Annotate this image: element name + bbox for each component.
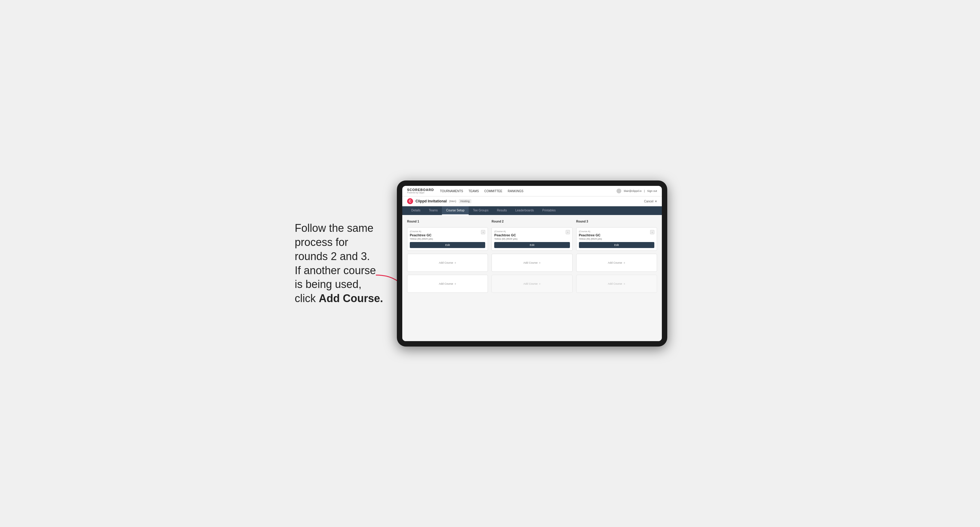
logo-sub-text: Powered by clippd: [407, 192, 434, 194]
round-2-add-plus-2: +: [539, 282, 541, 286]
round-1-add-label-2: Add Course +: [439, 282, 457, 286]
tablet-screen: SCOREBOARD Powered by clippd TOURNAMENTS…: [402, 186, 662, 341]
tab-leaderboards[interactable]: Leaderboards: [511, 206, 538, 215]
top-nav-right: blair@clippd.io | Sign out: [616, 189, 657, 194]
round-3-title: Round 3: [576, 220, 657, 223]
round-2-title: Round 2: [492, 220, 572, 223]
tab-tee-groups[interactable]: Tee Groups: [469, 206, 493, 215]
round-2-course-name: Peachtree GC: [494, 233, 517, 237]
round-3-remove-button[interactable]: ○: [650, 230, 654, 234]
nav-teams[interactable]: TEAMS: [469, 189, 479, 193]
hosting-badge: Hosting: [459, 199, 472, 203]
cancel-icon: ✕: [655, 200, 657, 203]
round-3-add-plus-1: +: [624, 261, 625, 265]
round-2-add-plus-1: +: [539, 261, 541, 265]
round-2-add-course-2: Add Course +: [492, 275, 572, 293]
tablet-frame: SCOREBOARD Powered by clippd TOURNAMENTS…: [397, 181, 667, 346]
tournament-name: Clippd Invitational: [415, 199, 447, 203]
round-3-course-label: (Course A): [579, 230, 602, 233]
round-3-column: Round 3 (Course A) Peachtree GC Yellow (…: [576, 220, 657, 293]
round-1-edit-button[interactable]: Edit: [410, 242, 485, 248]
round-2-add-label-2: Add Course +: [523, 282, 541, 286]
round-1-course-label: (Course A): [410, 230, 433, 233]
round-1-course-detail: Yellow (M) (6629 yds): [410, 238, 433, 240]
round-1-course-card: (Course A) Peachtree GC Yellow (M) (6629…: [407, 227, 488, 251]
round-1-title: Round 1: [407, 220, 488, 223]
round-2-edit-button[interactable]: Edit: [494, 242, 570, 248]
round-1-add-plus-1: +: [454, 261, 456, 265]
cancel-button[interactable]: Cancel ✕: [644, 200, 657, 203]
round-1-add-plus-2: +: [454, 282, 456, 286]
cancel-label: Cancel: [644, 200, 654, 203]
round-2-course-label: (Course A): [494, 230, 517, 233]
tab-teams[interactable]: Teams: [425, 206, 442, 215]
round-3-add-course-2: Add Course +: [576, 275, 657, 293]
round-2-remove-button[interactable]: ○: [566, 230, 570, 234]
round-3-add-label-1: Add Course +: [608, 261, 625, 265]
sign-out-link[interactable]: Sign out: [647, 189, 657, 192]
tab-course-setup[interactable]: Course Setup: [442, 206, 469, 215]
round-1-column: Round 1 (Course A) Peachtree GC Yellow (…: [407, 220, 488, 293]
nav-tournaments[interactable]: TOURNAMENTS: [440, 189, 463, 193]
scoreboard-logo: SCOREBOARD Powered by clippd: [407, 188, 434, 194]
round-2-add-course-1[interactable]: Add Course +: [492, 254, 572, 272]
nav-separator: |: [644, 189, 645, 192]
nav-links: TOURNAMENTS TEAMS COMMITTEE RANKINGS: [440, 189, 611, 193]
user-avatar: [616, 189, 621, 194]
round-3-edit-button[interactable]: Edit: [579, 242, 654, 248]
round-3-course-detail: Yellow (M) (6629 yds): [579, 238, 602, 240]
clippd-logo: C: [407, 198, 413, 204]
round-2-card-header: (Course A) Peachtree GC Yellow (M) (6629…: [494, 230, 570, 240]
nav-committee[interactable]: COMMITTEE: [484, 189, 502, 193]
round-3-course-name: Peachtree GC: [579, 233, 602, 237]
logo-main-text: SCOREBOARD: [407, 188, 434, 192]
round-2-course-detail: Yellow (M) (6629 yds): [494, 238, 517, 240]
round-1-course-name: Peachtree GC: [410, 233, 433, 237]
main-content: Round 1 (Course A) Peachtree GC Yellow (…: [402, 215, 662, 341]
tab-results[interactable]: Results: [493, 206, 511, 215]
round-3-card-header: (Course A) Peachtree GC Yellow (M) (6629…: [579, 230, 654, 240]
round-2-column: Round 2 (Course A) Peachtree GC Yellow (…: [492, 220, 572, 293]
top-navigation: SCOREBOARD Powered by clippd TOURNAMENTS…: [402, 186, 662, 196]
rounds-grid: Round 1 (Course A) Peachtree GC Yellow (…: [407, 220, 657, 293]
round-2-add-label-1: Add Course +: [523, 261, 541, 265]
round-1-remove-button[interactable]: ○: [481, 230, 485, 234]
round-1-add-course-2[interactable]: Add Course +: [407, 275, 488, 293]
tournament-info: C Clippd Invitational (Men) Hosting: [407, 198, 471, 204]
round-3-add-plus-2: +: [624, 282, 625, 286]
tournament-gender: (Men): [449, 200, 457, 203]
tabs-bar: Details Teams Course Setup Tee Groups Re…: [402, 206, 662, 215]
round-3-course-card: (Course A) Peachtree GC Yellow (M) (6629…: [576, 227, 657, 251]
round-1-add-label-1: Add Course +: [439, 261, 457, 265]
round-3-add-course-1[interactable]: Add Course +: [576, 254, 657, 272]
tab-details[interactable]: Details: [407, 206, 425, 215]
round-1-card-header: (Course A) Peachtree GC Yellow (M) (6629…: [410, 230, 485, 240]
tab-printables[interactable]: Printables: [538, 206, 560, 215]
round-3-add-label-2: Add Course +: [608, 282, 625, 286]
sub-header: C Clippd Invitational (Men) Hosting Canc…: [402, 196, 662, 206]
instruction-text: Follow the same process for rounds 2 and…: [295, 221, 391, 306]
round-2-course-card: (Course A) Peachtree GC Yellow (M) (6629…: [492, 227, 572, 251]
round-1-add-course-1[interactable]: Add Course +: [407, 254, 488, 272]
instruction-bold: Add Course.: [319, 292, 383, 305]
user-email: blair@clippd.io: [624, 189, 641, 192]
nav-rankings[interactable]: RANKINGS: [508, 189, 523, 193]
